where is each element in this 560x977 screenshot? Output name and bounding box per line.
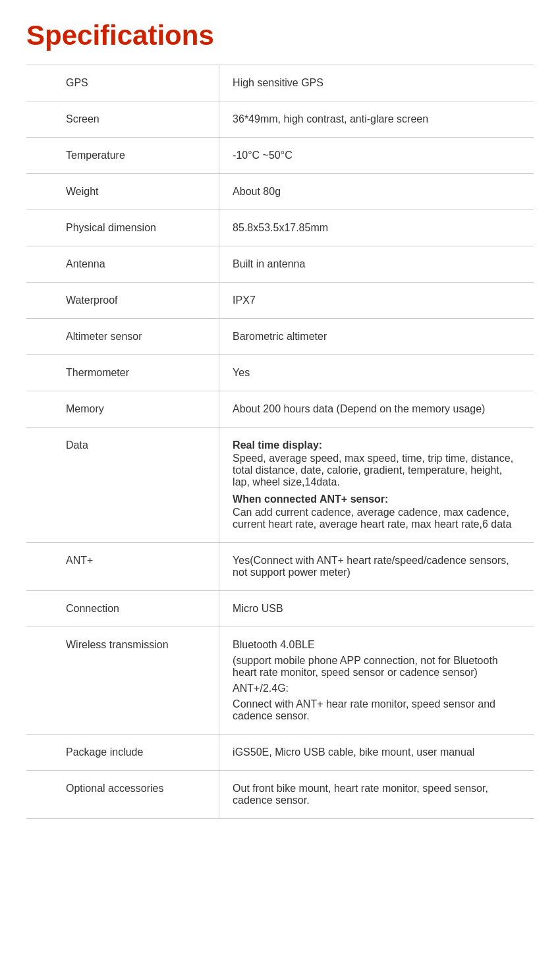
spec-value: Yes	[219, 355, 534, 391]
table-row: DataReal time display:Speed, average spe…	[26, 428, 534, 543]
spec-value: IPX7	[219, 283, 534, 319]
spec-section-title: Real time display:	[233, 439, 520, 451]
table-row: Screen36*49mm, high contrast, anti-glare…	[26, 101, 534, 138]
table-row: Altimeter sensorBarometric altimeter	[26, 319, 534, 355]
spec-section-body: Can add current cadence, average cadence…	[233, 507, 520, 530]
spec-label: Waterproof	[26, 283, 219, 319]
page-container: Specifications GPSHigh sensitive GPSScre…	[0, 0, 560, 845]
page-title: Specifications	[26, 20, 534, 51]
table-row: Wireless transmissionBluetooth 4.0BLE(su…	[26, 627, 534, 735]
spec-value: Out front bike mount, heart rate monitor…	[219, 771, 534, 819]
spec-section-title: When connected ANT+ sensor:	[233, 493, 520, 505]
table-row: Physical dimension85.8x53.5x17.85mm	[26, 210, 534, 246]
spec-label: Wireless transmission	[26, 627, 219, 735]
spec-value: High sensitive GPS	[219, 65, 534, 101]
table-row: ConnectionMicro USB	[26, 591, 534, 627]
spec-value: -10°C ~50°C	[219, 138, 534, 174]
spec-label: Screen	[26, 101, 219, 138]
table-row: AntennaBuilt in antenna	[26, 246, 534, 283]
spec-value: 85.8x53.5x17.85mm	[219, 210, 534, 246]
spec-section-body: Speed, average speed, max speed, time, t…	[233, 453, 520, 488]
spec-label: Package include	[26, 735, 219, 771]
spec-label: Weight	[26, 174, 219, 210]
spec-label: Connection	[26, 591, 219, 627]
spec-value: Real time display:Speed, average speed, …	[219, 428, 534, 543]
table-row: WeightAbout 80g	[26, 174, 534, 210]
spec-label: Thermometer	[26, 355, 219, 391]
table-row: Package includeiGS50E, Micro USB cable, …	[26, 735, 534, 771]
spec-value: Built in antenna	[219, 246, 534, 283]
spec-value: Yes(Connect with ANT+ heart rate/speed/c…	[219, 543, 534, 591]
spec-label: Memory	[26, 391, 219, 428]
table-row: Temperature-10°C ~50°C	[26, 138, 534, 174]
spec-label: Antenna	[26, 246, 219, 283]
spec-label: Altimeter sensor	[26, 319, 219, 355]
table-row: ThermometerYes	[26, 355, 534, 391]
table-row: MemoryAbout 200 hours data (Depend on th…	[26, 391, 534, 428]
table-row: Optional accessoriesOut front bike mount…	[26, 771, 534, 819]
spec-label: GPS	[26, 65, 219, 101]
spec-label: Data	[26, 428, 219, 543]
spec-value: About 200 hours data (Depend on the memo…	[219, 391, 534, 428]
spec-label: Physical dimension	[26, 210, 219, 246]
table-row: ANT+Yes(Connect with ANT+ heart rate/spe…	[26, 543, 534, 591]
spec-value: 36*49mm, high contrast, anti-glare scree…	[219, 101, 534, 138]
table-row: GPSHigh sensitive GPS	[26, 65, 534, 101]
spec-label: ANT+	[26, 543, 219, 591]
spec-value: Barometric altimeter	[219, 319, 534, 355]
spec-value: iGS50E, Micro USB cable, bike mount, use…	[219, 735, 534, 771]
spec-label: Optional accessories	[26, 771, 219, 819]
spec-label: Temperature	[26, 138, 219, 174]
spec-value: Bluetooth 4.0BLE(support mobile phone AP…	[219, 627, 534, 735]
spec-value: About 80g	[219, 174, 534, 210]
spec-value: Micro USB	[219, 591, 534, 627]
table-row: WaterproofIPX7	[26, 283, 534, 319]
spec-table: GPSHigh sensitive GPSScreen36*49mm, high…	[26, 65, 534, 819]
